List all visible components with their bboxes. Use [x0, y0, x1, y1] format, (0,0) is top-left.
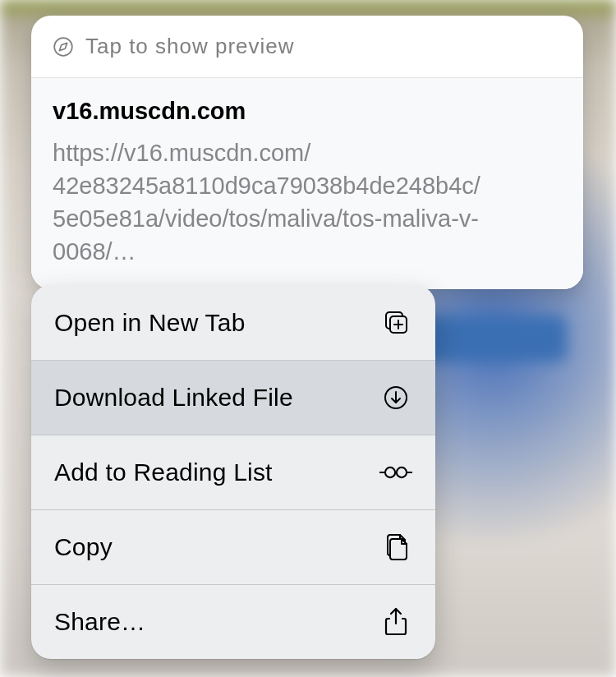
context-menu: Open in New Tab Download Linked File Add… — [31, 285, 435, 659]
menu-item-add-reading-list[interactable]: Add to Reading List — [31, 435, 435, 509]
menu-item-label: Copy — [54, 533, 113, 561]
menu-item-label: Download Linked File — [54, 384, 293, 412]
svg-point-9 — [397, 467, 407, 477]
link-preview-card: Tap to show preview v16.muscdn.com https… — [31, 16, 583, 289]
svg-point-8 — [385, 467, 395, 477]
menu-item-open-new-tab[interactable]: Open in New Tab — [31, 285, 435, 360]
menu-item-label: Open in New Tab — [54, 309, 246, 337]
menu-item-label: Share… — [54, 608, 145, 636]
preview-url: https://v16.muscdn.com/ 42e83245a8110d9c… — [53, 136, 562, 268]
compass-icon — [53, 36, 74, 58]
share-icon — [379, 607, 412, 637]
url-line-1: https://v16.muscdn.com/ — [53, 140, 310, 166]
bg-top-strip — [0, 0, 616, 15]
preview-hint-label: Tap to show preview — [85, 34, 295, 59]
url-line-3: 5e05e81a/video/tos/maliva/tos-maliva-v-0… — [53, 205, 479, 265]
menu-item-copy[interactable]: Copy — [31, 509, 435, 584]
menu-item-download-linked-file[interactable]: Download Linked File — [31, 360, 435, 435]
svg-point-0 — [54, 38, 72, 56]
download-icon — [379, 385, 412, 411]
copy-icon — [379, 532, 412, 562]
url-line-2: 42e83245a8110d9ca79038b4de248b4c/ — [53, 173, 480, 199]
preview-content[interactable]: v16.muscdn.com https://v16.muscdn.com/ 4… — [31, 78, 583, 289]
preview-host: v16.muscdn.com — [53, 98, 562, 125]
svg-marker-1 — [59, 43, 67, 50]
new-tab-icon — [379, 309, 412, 337]
preview-header[interactable]: Tap to show preview — [31, 16, 583, 78]
menu-item-label: Add to Reading List — [54, 458, 273, 486]
menu-item-share[interactable]: Share… — [31, 584, 435, 659]
reading-list-icon — [379, 463, 412, 482]
